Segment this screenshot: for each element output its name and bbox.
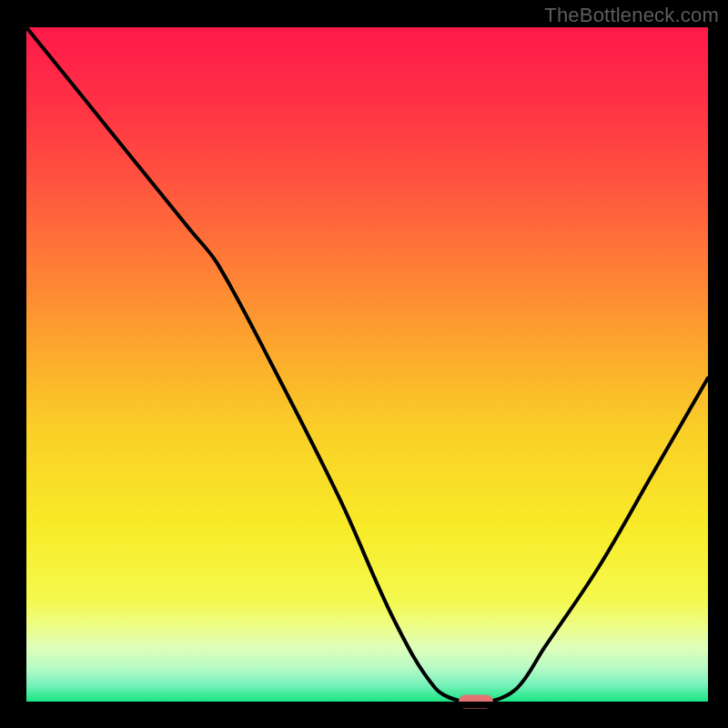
watermark-text: TheBottleneck.com [544, 4, 719, 27]
chart-container: { "watermark": "TheBottleneck.com", "col… [0, 0, 728, 728]
axes-frame [20, 27, 708, 708]
